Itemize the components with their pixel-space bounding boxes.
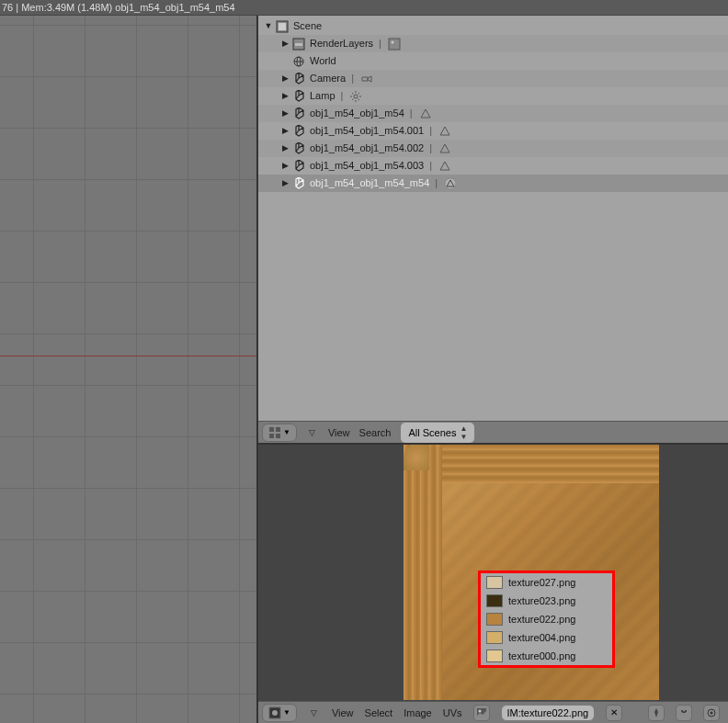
svg-line-16 — [352, 98, 354, 100]
separator: | — [410, 105, 413, 122]
texture-name: texture023.png — [508, 595, 575, 606]
3d-viewport[interactable] — [0, 16, 256, 723]
object-icon — [291, 107, 306, 121]
outliner-row[interactable]: ▶RenderLayers| — [258, 35, 728, 52]
expander-icon[interactable]: ▶ — [279, 122, 291, 140]
expander-icon[interactable]: ▶ — [279, 175, 291, 192]
expander-icon[interactable]: ▶ — [279, 35, 291, 52]
texture-name: texture022.png — [508, 614, 575, 625]
texture-name: texture000.png — [508, 650, 575, 661]
unlink-button[interactable]: ✕ — [606, 705, 622, 721]
svg-rect-20 — [276, 427, 280, 432]
separator: | — [351, 70, 354, 87]
outliner-row[interactable]: World — [258, 52, 728, 70]
separator: | — [429, 157, 432, 175]
view-menu[interactable]: View — [332, 707, 354, 718]
texture-swatch — [486, 613, 503, 626]
layers-icon — [291, 37, 306, 51]
expander-icon[interactable]: ▶ — [279, 140, 291, 157]
expander-icon[interactable]: ▼ — [262, 17, 275, 35]
lamp-icon — [348, 89, 363, 104]
outliner-item-label: obj1_m54_obj1_m54_m54 — [310, 175, 429, 192]
image-popup-item[interactable]: texture004.png — [481, 628, 612, 647]
texture-swatch — [486, 650, 503, 662]
svg-rect-19 — [269, 427, 274, 432]
svg-rect-1 — [279, 23, 286, 30]
outliner-row[interactable]: ▶obj1_m54_obj1_m54.001| — [258, 122, 728, 140]
select-menu[interactable]: Select — [365, 707, 393, 718]
image-name-text: IM:texture022.png — [507, 707, 589, 718]
svg-point-27 — [708, 709, 715, 717]
outliner-row[interactable]: ▶Camera| — [258, 70, 728, 87]
outliner-item-label: RenderLayers — [310, 35, 373, 52]
expander-icon[interactable]: ▶ — [279, 157, 291, 175]
image-popup-item[interactable]: texture000.png — [481, 647, 612, 665]
svg-point-9 — [354, 95, 358, 98]
texture-swatch — [486, 576, 503, 589]
svg-point-24 — [272, 710, 278, 716]
svg-rect-2 — [293, 39, 304, 50]
separator: | — [429, 122, 432, 140]
horizontal-splitter[interactable] — [258, 443, 728, 445]
outliner-type-dropdown[interactable]: ▼ — [262, 424, 297, 442]
image-browse-button[interactable] — [473, 705, 490, 721]
expander-icon[interactable]: ▶ — [279, 70, 291, 87]
object-icon — [291, 89, 306, 104]
image-menu[interactable]: Image — [404, 707, 432, 718]
uvs-menu[interactable]: UVs — [443, 707, 462, 718]
editor-type-dropdown[interactable]: ▼ — [262, 704, 297, 722]
outliner-row-scene[interactable]: ▼ Scene — [258, 17, 728, 35]
outliner-item-label: obj1_m54_obj1_m54.003 — [310, 157, 424, 175]
outliner-item-label: World — [310, 52, 336, 70]
image-popup-item[interactable]: texture022.png — [481, 610, 612, 628]
svg-line-15 — [358, 98, 360, 100]
expander-icon[interactable]: ▶ — [279, 87, 291, 105]
scene-label: Scene — [293, 17, 322, 35]
world-icon — [291, 54, 306, 69]
image-name-field[interactable]: IM:texture022.png — [501, 705, 596, 721]
view-menu[interactable]: View — [328, 427, 350, 438]
svg-rect-4 — [389, 39, 400, 50]
image-editor-panel: texture027.pngtexture023.pngtexture022.p… — [258, 443, 728, 723]
outliner-row[interactable]: ▶obj1_m54_obj1_m54| — [258, 105, 728, 122]
proportional-button[interactable] — [703, 705, 720, 721]
outliner-row[interactable]: ▶obj1_m54_obj1_m54.003| — [258, 157, 728, 175]
search-menu[interactable]: Search — [359, 427, 392, 438]
outliner-item-label: obj1_m54_obj1_m54.001 — [310, 122, 424, 140]
svg-point-7 — [297, 57, 301, 66]
chevron-updown-icon: ▲▼ — [460, 424, 467, 441]
image-browse-popup: texture027.pngtexture023.pngtexture022.p… — [478, 570, 615, 668]
outliner-row[interactable]: ▶obj1_m54_obj1_m54_m54| — [258, 175, 728, 192]
outliner-row[interactable]: ▶Lamp| — [258, 87, 728, 105]
object-icon — [291, 141, 306, 156]
separator: | — [429, 140, 432, 157]
mesh-icon — [438, 124, 452, 139]
pin-button[interactable] — [648, 705, 665, 721]
outliner-tree: ▼ Scene ▶RenderLayers|World▶Camera|▶Lamp… — [258, 16, 728, 192]
expander-icon[interactable]: ▶ — [279, 105, 291, 122]
svg-rect-3 — [295, 43, 302, 46]
svg-rect-22 — [276, 434, 280, 438]
filter-select[interactable]: All Scenes ▲▼ — [400, 422, 475, 444]
menu-toggle-icon[interactable]: ▽ — [306, 428, 319, 437]
image-icon — [387, 37, 402, 51]
camera-icon — [359, 72, 374, 86]
outliner-row[interactable]: ▶obj1_m54_obj1_m54.002| — [258, 140, 728, 157]
svg-rect-0 — [277, 21, 288, 32]
scene-icon — [275, 19, 290, 34]
snap-button[interactable] — [676, 705, 692, 721]
separator: | — [341, 87, 344, 105]
menu-toggle-icon[interactable]: ▽ — [308, 708, 321, 717]
outliner-footer: ▼ ▽ View Search All Scenes ▲▼ — [258, 421, 728, 443]
svg-point-26 — [478, 709, 481, 712]
object-icon — [291, 159, 306, 174]
texture-name: texture027.png — [508, 577, 575, 588]
svg-line-14 — [352, 93, 354, 95]
separator: | — [435, 175, 438, 192]
image-editor-footer: ▼ ▽ View Select Image UVs IM:texture022.… — [258, 701, 728, 723]
image-popup-item[interactable]: texture023.png — [481, 592, 612, 610]
image-canvas[interactable]: texture027.pngtexture023.pngtexture022.p… — [258, 445, 728, 701]
texture-swatch — [486, 594, 503, 607]
header-text: 76 | Mem:3.49M (1.48M) obj1_m54_obj1_m54… — [2, 2, 235, 13]
image-popup-item[interactable]: texture027.png — [481, 573, 612, 592]
